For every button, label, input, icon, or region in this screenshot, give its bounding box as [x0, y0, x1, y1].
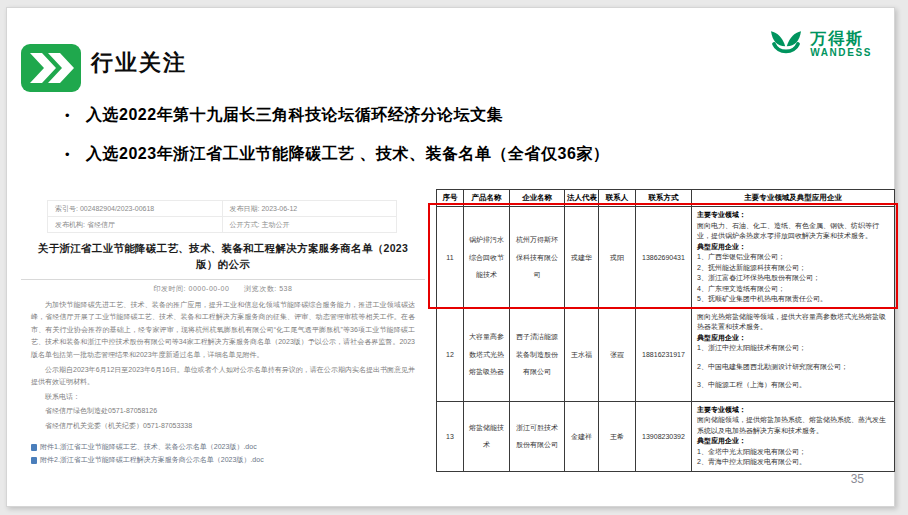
- col-header-phone: 联系方式: [636, 190, 692, 207]
- cell-domain: 面向光热熔盐储能等领域，提供大容量高参数塔式光热熔盐吸热器装置和技术服务。 典型…: [692, 308, 895, 401]
- col-header-contact: 联系人: [599, 190, 636, 207]
- table-row-11: 11 锅炉排污水综合回收节能技术 杭州万得斯环保科技有限公司 戎建华 戎阳 13…: [437, 207, 895, 309]
- doc-meta-table: 索引号: 002482904/2023-00618 发布日期: 2023-06-…: [47, 200, 397, 233]
- doc-meta-mode: 公开方式: 主动公开: [222, 217, 397, 233]
- bullet-list: • 入选2022年第十九届长三角科技论坛循环经济分论坛文集 • 入选2023年浙…: [65, 105, 834, 183]
- bullet-item-1: • 入选2022年第十九届长三角科技论坛循环经济分论坛文集: [65, 105, 834, 126]
- cell-no: 13: [437, 401, 464, 471]
- doc-contact-phone-1: 省经信厅绿色制造处0571-87058126: [31, 405, 415, 418]
- logo-name: 万得斯: [810, 30, 872, 48]
- col-header-product: 产品名称: [464, 190, 510, 207]
- page-title: 行业关注: [91, 48, 187, 78]
- logo-leaf-icon: [768, 26, 804, 62]
- cell-domain: 主要专业领域： 面向储能领域，提供熔盐加热系统、熔盐储热系统、蒸汽发生系统以及电…: [692, 401, 895, 471]
- cell-no: 12: [437, 308, 464, 401]
- logo-text: 万得斯 WANDESS: [810, 30, 872, 59]
- doc-divider: [21, 279, 425, 280]
- bullet-dot: •: [65, 108, 70, 123]
- chevron-badge-icon: [21, 44, 81, 92]
- cell-company: 杭州万得斯环保科技有限公司: [510, 207, 565, 309]
- cell-product: 大容量高参数塔式光热熔盐吸热器: [464, 308, 510, 401]
- attachment-link-2: 附件2.浙江省工业节能降碳工程解决方案服务商公示名单（2023版）.doc: [31, 455, 415, 465]
- attachment-link-1: 附件1.浙江省工业节能降碳工艺、技术、装备公示名单（2023版）.doc: [31, 442, 415, 452]
- doc-paragraph: 公示期自2023年6月12日至2023年6月16日。单位或者个人如对公示名单持有…: [31, 364, 415, 389]
- table-header-row: 序号 产品名称 企业名称 法人代表 联系人 联系方式 主要专业领域及典型应用企业: [437, 190, 895, 207]
- cell-company: 浙江可胜技术股份有限公司: [510, 401, 565, 471]
- doc-meta-date: 发布日期: 2023-06-12: [222, 201, 397, 217]
- doc-file-icon: [31, 457, 37, 464]
- cell-contact: 张霞: [599, 308, 636, 401]
- cell-phone: 13908230392: [636, 401, 692, 471]
- cell-legal: 王水福: [565, 308, 599, 401]
- doc-contact-label: 联系电话：: [31, 391, 415, 404]
- cell-phone: 13862690431: [636, 207, 692, 309]
- col-header-no: 序号: [437, 190, 464, 207]
- cell-legal: 戎建华: [565, 207, 599, 309]
- doc-print-info: 印发时间: 0000-00-00 浏览次数: 538: [21, 284, 425, 294]
- doc-paragraph: 为加快节能降碳先进工艺、技术、装备的推广应用，提升工业和信息化领域节能降碳综合服…: [31, 299, 415, 362]
- bullet-item-2: • 入选2023年浙江省工业节能降碳工艺 、技术、装备名单（全省仅36家）: [65, 144, 834, 165]
- suppliers-table: 序号 产品名称 企业名称 法人代表 联系人 联系方式 主要专业领域及典型应用企业…: [436, 189, 895, 472]
- attachment-text: 附件1.浙江省工业节能降碳工艺、技术、装备公示名单（2023版）.doc: [40, 442, 257, 452]
- table-row-13: 13 熔盐储能技术 浙江可胜技术股份有限公司 金建祥 王希 1390823039…: [437, 401, 895, 471]
- doc-contact-phone-2: 省经信厅机关党委（机关纪委）0571-87053338: [31, 420, 415, 433]
- slide: 行业关注 万得斯 WANDESS • 入选2022年第十九届长三角科技论坛循环经…: [6, 7, 895, 507]
- bullet-text: 入选2023年浙江省工业节能降碳工艺 、技术、装备名单（全省仅36家）: [86, 144, 609, 165]
- cell-product: 锅炉排污水综合回收节能技术: [464, 207, 510, 309]
- logo-subtitle: WANDESS: [810, 47, 872, 58]
- col-header-legal: 法人代表: [565, 190, 599, 207]
- double-chevron-icon: [21, 44, 81, 92]
- cell-no: 11: [437, 207, 464, 309]
- col-header-company: 企业名称: [510, 190, 565, 207]
- attachment-list: 附件1.浙江省工业节能降碳工艺、技术、装备公示名单（2023版）.doc 附件2…: [31, 442, 415, 465]
- cell-domain: 主要专业领域： 面向电力、石油、化工、造纸、有色金属、钢铁、纺织等行业，提供锅炉…: [692, 207, 895, 309]
- page-number: 35: [851, 472, 864, 486]
- bullet-dot: •: [65, 147, 70, 162]
- attachment-text: 附件2.浙江省工业节能降碳工程解决方案服务商公示名单（2023版）.doc: [40, 455, 264, 465]
- doc-file-icon: [31, 444, 37, 451]
- cell-company: 西子清洁能源装备制造股份有限公司: [510, 308, 565, 401]
- table-row-12: 12 大容量高参数塔式光热熔盐吸热器 西子清洁能源装备制造股份有限公司 王水福 …: [437, 308, 895, 401]
- cell-product: 熔盐储能技术: [464, 401, 510, 471]
- cell-phone: 18816231917: [636, 308, 692, 401]
- bullet-text: 入选2022年第十九届长三角科技论坛循环经济分论坛文集: [86, 105, 503, 126]
- col-header-domain: 主要专业领域及典型应用企业: [692, 190, 895, 207]
- doc-meta-index: 索引号: 002482904/2023-00618: [48, 201, 223, 217]
- cell-legal: 金建祥: [565, 401, 599, 471]
- cell-contact: 王希: [599, 401, 636, 471]
- doc-title: 关于浙江省工业节能降碳工艺、技术、装备和工程解决方案服务商名单（2023版）的公…: [29, 240, 417, 273]
- gov-announcement-screenshot: 索引号: 002482904/2023-00618 发布日期: 2023-06-…: [21, 198, 425, 460]
- doc-meta-agency: 发布机构: 省经信厅: [48, 217, 223, 233]
- cell-contact: 戎阳: [599, 207, 636, 309]
- wandess-logo: 万得斯 WANDESS: [768, 26, 872, 62]
